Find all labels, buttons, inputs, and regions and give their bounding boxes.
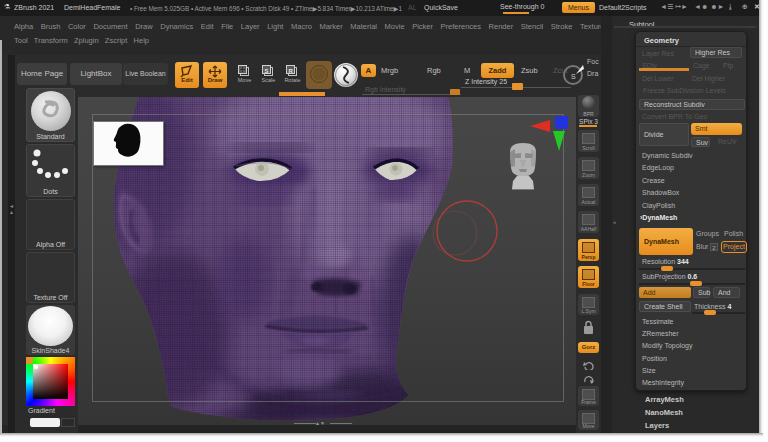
svg-text:S: S [265, 68, 269, 74]
svg-text:R: R [289, 68, 294, 74]
svg-text:S: S [571, 73, 576, 80]
